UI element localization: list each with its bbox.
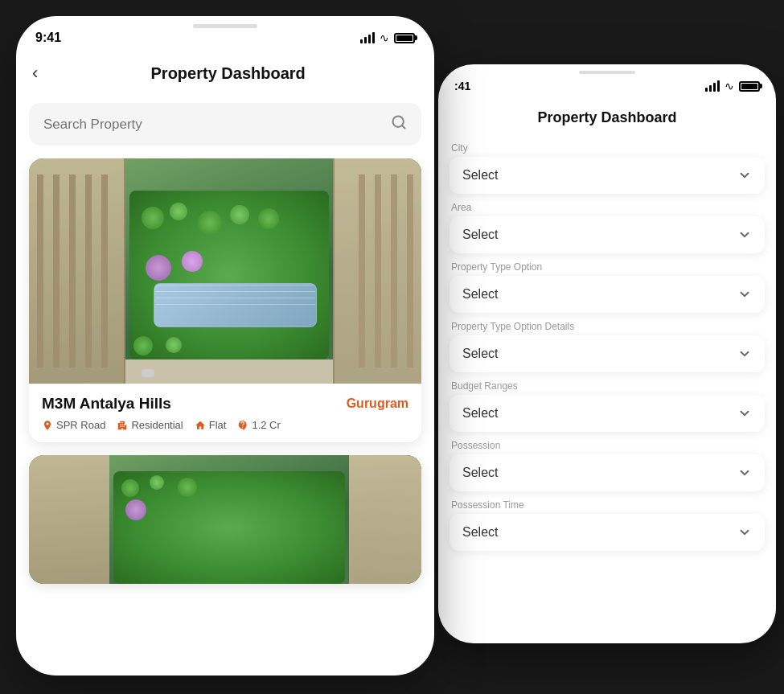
filter-label-city: City xyxy=(449,142,765,154)
filter-item-budget: Budget Ranges Select xyxy=(449,380,765,432)
filter-item-city: City Select xyxy=(449,142,765,194)
filter-item-area: Area Select xyxy=(449,202,765,253)
filter-item-property-type: Property Type Option Select xyxy=(449,261,765,313)
filter-select-city[interactable]: Select xyxy=(449,157,765,194)
wifi-icon-main: ∿ xyxy=(380,31,389,44)
header-secondary: Property Dashboard xyxy=(438,103,776,136)
status-icons-main: ∿ xyxy=(360,31,415,44)
filter-select-budget[interactable]: Select xyxy=(449,395,765,432)
search-bar[interactable] xyxy=(29,103,421,146)
pill-main xyxy=(193,24,257,28)
signal-icon-main xyxy=(360,32,375,43)
status-time-secondary: :41 xyxy=(454,80,470,92)
filter-label-area: Area xyxy=(449,202,765,213)
svg-line-1 xyxy=(402,125,405,129)
phone-secondary: :41 ∿ Property Dashboard City Select Are xyxy=(438,64,776,643)
page-title-secondary: Property Dashboard xyxy=(451,109,763,126)
wifi-icon-secondary: ∿ xyxy=(724,80,734,92)
meta-location-text: SPR Road xyxy=(56,419,105,431)
phone-main: 9:41 ∿ ‹ Property Dashboard xyxy=(16,16,434,676)
filter-item-possession-time: Possession Time Select xyxy=(449,499,765,551)
filter-select-property-type[interactable]: Select xyxy=(449,276,765,313)
filter-item-property-details: Property Type Option Details Select xyxy=(449,321,765,372)
card-meta-1: SPR Road Residential Flat 1.2 Cr xyxy=(42,419,408,431)
card-info-1: M3M Antalya Hills Gurugram SPR Road Resi… xyxy=(29,384,421,442)
filter-select-possession[interactable]: Select xyxy=(449,454,765,491)
meta-type-text: Residential xyxy=(131,419,183,431)
card-location-tag-1: Gurugram xyxy=(347,396,408,411)
meta-price: 1.2 Cr xyxy=(237,419,280,431)
filter-label-property-details: Property Type Option Details xyxy=(449,321,765,332)
search-input[interactable] xyxy=(43,117,383,133)
filter-label-possession-time: Possession Time xyxy=(449,499,765,511)
card-image-2 xyxy=(29,455,421,584)
status-bar-secondary: :41 ∿ xyxy=(438,64,776,103)
filter-label-budget: Budget Ranges xyxy=(449,380,765,392)
filter-select-area[interactable]: Select xyxy=(449,216,765,253)
property-card-2[interactable] xyxy=(29,455,421,584)
card-image-1 xyxy=(29,158,421,384)
filter-label-possession: Possession xyxy=(449,440,765,451)
filter-label-property-type: Property Type Option xyxy=(449,261,765,273)
filter-value-possession-time: Select xyxy=(462,525,498,540)
page-title-main: Property Dashboard xyxy=(38,64,418,83)
filter-value-possession: Select xyxy=(462,466,498,480)
property-card-1[interactable]: M3M Antalya Hills Gurugram SPR Road Resi… xyxy=(29,158,421,442)
search-icon xyxy=(391,114,407,134)
status-time-main: 9:41 xyxy=(35,31,61,45)
filter-value-property-type: Select xyxy=(462,287,498,302)
battery-icon-secondary xyxy=(739,81,760,92)
filter-value-property-details: Select xyxy=(462,347,498,361)
pill-secondary xyxy=(579,71,635,74)
battery-icon-main xyxy=(394,33,415,43)
filter-select-possession-time[interactable]: Select xyxy=(449,514,765,551)
filter-value-city: Select xyxy=(462,168,498,183)
filter-list: City Select Area Select Property Type Op… xyxy=(438,136,776,618)
filter-value-area: Select xyxy=(462,228,498,242)
status-icons-secondary: ∿ xyxy=(705,80,760,92)
meta-flat: Flat xyxy=(195,419,227,431)
back-button[interactable]: ‹ xyxy=(32,63,38,84)
meta-flat-text: Flat xyxy=(209,419,227,431)
meta-price-text: 1.2 Cr xyxy=(252,419,280,431)
signal-icon-secondary xyxy=(705,80,720,92)
property-list: M3M Antalya Hills Gurugram SPR Road Resi… xyxy=(16,158,434,676)
filter-item-possession: Possession Select xyxy=(449,440,765,491)
meta-location: SPR Road xyxy=(42,419,105,431)
card-title-1: M3M Antalya Hills xyxy=(42,395,171,413)
filter-select-property-details[interactable]: Select xyxy=(449,335,765,372)
header-main: ‹ Property Dashboard xyxy=(16,55,434,97)
meta-type: Residential xyxy=(117,419,183,431)
status-bar-main: 9:41 ∿ xyxy=(16,16,434,55)
filter-value-budget: Select xyxy=(462,406,498,421)
